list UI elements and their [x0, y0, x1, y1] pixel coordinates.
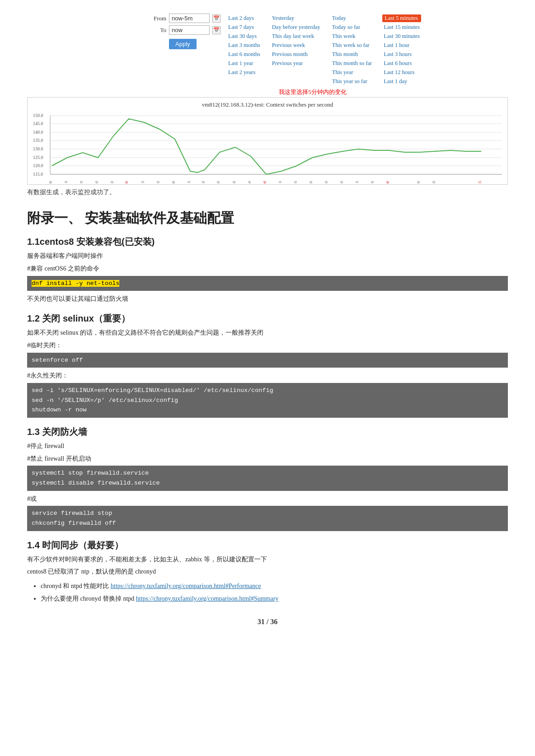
section-1-4-body-2: centos8 已经取消了 ntp，默认使用的是 chronyd: [27, 566, 508, 577]
range-last-2-days[interactable]: Last 2 days: [227, 14, 262, 22]
x-label-151410: 15:14:10: [278, 181, 282, 183]
chart-line: [52, 119, 481, 174]
section-1-2-body-3: #永久性关闭：: [27, 370, 508, 381]
range-day-before-yesterday[interactable]: Day before yesterday: [271, 23, 322, 31]
section-1-4-body-1: 有不少软件对时间有要求的，不能相差太多，比如主从、zabbix 等，所以建议配置…: [27, 554, 508, 565]
section-1-3-body-2: #禁止 firewall 开机启动: [27, 453, 508, 464]
to-label: To: [154, 27, 166, 34]
to-calendar-icon[interactable]: 📅: [212, 26, 221, 34]
x-label-151330: 15:13:30: [216, 181, 221, 183]
range-last-12-hours[interactable]: Last 12 hours: [382, 69, 421, 76]
x-label-151110: 15:11:10: [64, 181, 68, 183]
time-inputs-group: From 📅 To 📅 Apply: [154, 14, 221, 49]
code-dnf-install-text: dnf install -y net-tools: [32, 280, 119, 287]
time-picker-panel: From 📅 To 📅 Apply Last 2 days Last 7 day…: [27, 14, 508, 85]
x-label-151420: 15:14:20: [294, 181, 298, 183]
range-last-1-day[interactable]: Last 1 day: [382, 78, 421, 85]
x-label-151320: 15:13:20: [202, 181, 206, 183]
from-label: From: [154, 15, 166, 22]
x-label-151220: 15:12:20: [156, 181, 160, 183]
section-1-3-body-1: #停止 firewall: [27, 441, 508, 452]
page-number: 31 / 36: [27, 618, 508, 626]
x-label-1511: 15:11:00: [49, 181, 53, 183]
x-label-151430: 15:14:30: [309, 181, 313, 183]
section-1-4-title: 1.4 时间同步（最好要）: [27, 539, 508, 551]
range-last-3-hours[interactable]: Last 3 hours: [382, 51, 421, 58]
link-chrony-summary[interactable]: https://chrony.tuxfamily.org/comparison.…: [136, 595, 279, 602]
range-last-5-minutes[interactable]: Last 5 minutes: [382, 14, 421, 22]
x-label-1512: 15:12:00: [125, 181, 129, 183]
apply-button[interactable]: Apply: [169, 39, 197, 49]
chart-area: vm812(192.168.3.12)-test: Context switch…: [27, 97, 508, 185]
x-label-151310: 15:13:10: [187, 181, 191, 183]
y-label-130: 130.0: [33, 146, 43, 151]
range-today[interactable]: Today: [331, 14, 374, 22]
x-label-151130: 15:11:30: [95, 181, 99, 183]
section-1-4-bullets: chronyd 和 ntpd 性能对比 https://chrony.tuxfa…: [41, 581, 508, 604]
range-this-week-so-far[interactable]: This week so far: [331, 42, 374, 49]
x-label-151210: 15:12:10: [141, 181, 145, 183]
section-1-3-title: 1.3 关闭防火墙: [27, 426, 508, 438]
section-1-1-body-3: 不关闭也可以要让其端口通过防火墙: [27, 294, 508, 304]
section-1-1-body-2: #兼容 centOS6 之前的命令: [27, 263, 508, 274]
range-previous-week[interactable]: Previous week: [271, 42, 322, 49]
range-last-1-year[interactable]: Last 1 year: [227, 60, 262, 67]
x-label-151545: 15:15:45: [478, 181, 482, 183]
x-label-151350: 15:13:50: [248, 181, 252, 183]
range-this-month-so-far[interactable]: This month so far: [331, 60, 374, 67]
y-label-145: 145.0: [33, 121, 43, 126]
range-previous-month[interactable]: Previous month: [271, 51, 322, 58]
x-label-151540: 15:15:40: [432, 181, 436, 183]
range-last-30-minutes[interactable]: Last 30 minutes: [382, 33, 421, 40]
range-this-day-last-week[interactable]: This day last week: [271, 33, 322, 40]
x-label-151120: 15:11:20: [80, 181, 84, 183]
range-last-30-days[interactable]: Last 30 days: [227, 33, 262, 40]
code-systemctl-firewall: systemctl stop firewalld.service systemc…: [27, 466, 508, 490]
range-last-6-months[interactable]: Last 6 months: [227, 51, 262, 58]
from-calendar-icon[interactable]: 📅: [212, 14, 221, 23]
code-sed-selinux: sed -i 's/SELINUX=enforcing/SELINUX=disa…: [27, 383, 508, 418]
x-label-151510: 15:15:10: [355, 181, 359, 183]
x-label-151520: 15:15:20: [371, 181, 375, 183]
range-this-year[interactable]: This year: [331, 69, 374, 76]
range-last-3-months[interactable]: Last 3 months: [227, 42, 262, 49]
from-input[interactable]: [169, 14, 210, 23]
range-this-month[interactable]: This month: [331, 51, 374, 58]
code-setenforce: setenforce off: [27, 353, 508, 368]
section-1-1-title: 1.1centos8 安装兼容包(已安装): [27, 236, 508, 248]
x-label-151140: 15:11:40: [110, 181, 114, 183]
bullet-chrony-why-text: 为什么要使用 chronyd 替换掉 ntpd: [41, 595, 136, 602]
range-col-3: Today Today so far This week This week s…: [331, 14, 374, 85]
y-label-150: 150.0: [33, 113, 43, 118]
range-yesterday[interactable]: Yesterday: [271, 14, 322, 22]
range-last-2-years[interactable]: Last 2 years: [227, 69, 262, 76]
section-1-1-body-1: 服务器端和客户端同时操作: [27, 251, 508, 261]
range-last-6-hours[interactable]: Last 6 hours: [382, 60, 421, 67]
annotation-text: 我这里选择5分钟内的变化: [117, 88, 508, 96]
range-last-1-hour[interactable]: Last 1 hour: [382, 42, 421, 49]
to-input[interactable]: [169, 25, 210, 35]
section-1-3-body-3: #或: [27, 494, 508, 504]
code-dnf-install: dnf install -y net-tools: [27, 276, 508, 291]
bullet-chrony-why: 为什么要使用 chronyd 替换掉 ntpd https://chrony.t…: [41, 593, 508, 604]
link-chrony-performance[interactable]: https://chrony.tuxfamily.org/comparison.…: [111, 583, 261, 589]
range-last-15-minutes[interactable]: Last 15 minutes: [382, 23, 421, 31]
range-today-so-far[interactable]: Today so far: [331, 23, 374, 31]
range-col-1: Last 2 days Last 7 days Last 30 days Las…: [227, 14, 262, 85]
range-previous-year[interactable]: Previous year: [271, 60, 322, 67]
range-col-4: Last 5 minutes Last 15 minutes Last 30 m…: [382, 14, 421, 85]
x-label-151530: 15:15:30: [417, 181, 421, 183]
x-label-1513: 15:13:00: [172, 181, 176, 183]
y-label-135: 135.0: [33, 138, 43, 143]
range-last-7-days[interactable]: Last 7 days: [227, 23, 262, 31]
range-this-year-so-far[interactable]: This year so far: [331, 78, 374, 85]
chart-svg: 115.0 120.0 125.0 130.0 135.0 140.0 145.…: [32, 111, 507, 183]
section-1-2-body-1: 如果不关闭 selinux 的话，有些自定义路径不符合它的规则会产生问题，一般推…: [27, 327, 508, 338]
code-service-firewall: service firewalld stop chkconfig firewal…: [27, 506, 508, 531]
y-label-125: 125.0: [33, 155, 43, 160]
section-1-2-title: 1.2 关闭 selinux（重要）: [27, 313, 508, 325]
x-label-1515: 15:15:00: [386, 181, 390, 183]
range-this-week[interactable]: This week: [331, 33, 374, 40]
x-label-151440: 15:14:40: [324, 181, 329, 183]
y-label-115: 115.0: [33, 172, 43, 177]
